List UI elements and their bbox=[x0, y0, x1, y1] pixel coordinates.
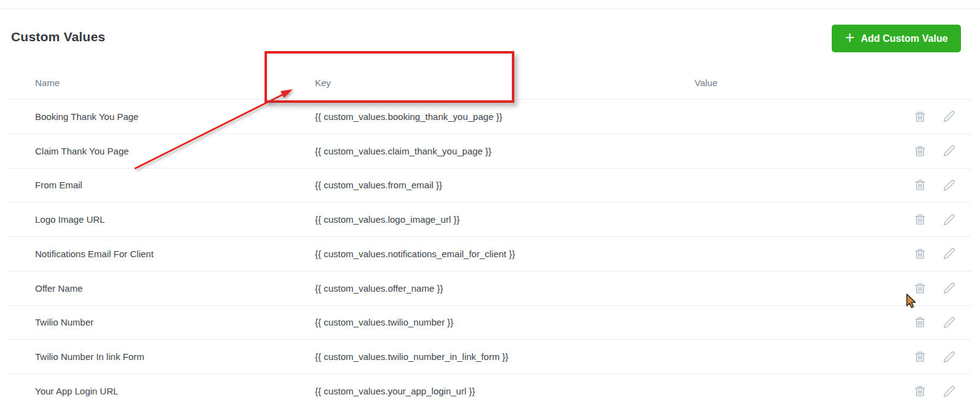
table-row: Logo Image URL {{ custom_values.logo_ima… bbox=[9, 202, 971, 237]
plus-icon: + bbox=[845, 30, 855, 46]
row-key: {{ custom_values.notifications_email_for… bbox=[315, 249, 695, 259]
edit-button[interactable] bbox=[943, 247, 955, 260]
table-row: Booking Thank You Page {{ custom_values.… bbox=[9, 100, 971, 134]
table-row: Twilio Number In link Form {{ custom_val… bbox=[9, 340, 971, 374]
add-custom-value-button[interactable]: + Add Custom Value bbox=[832, 25, 961, 52]
row-name: Claim Thank You Page bbox=[9, 146, 315, 156]
column-header-name: Name bbox=[9, 78, 315, 88]
edit-button[interactable] bbox=[943, 316, 955, 329]
trash-icon bbox=[914, 179, 926, 191]
pencil-icon bbox=[943, 351, 955, 363]
table-row: From Email {{ custom_values.from_email }… bbox=[9, 169, 971, 203]
page-title: Custom Values bbox=[11, 30, 105, 44]
edit-button[interactable] bbox=[943, 179, 955, 191]
row-name: Notifications Email For Client bbox=[9, 249, 315, 259]
row-key: {{ custom_values.twilio_number }} bbox=[315, 317, 695, 327]
pencil-icon bbox=[943, 316, 955, 329]
trash-icon bbox=[914, 111, 926, 122]
edit-button[interactable] bbox=[943, 145, 955, 157]
row-key: {{ custom_values.twilio_number_in_link_f… bbox=[315, 351, 695, 362]
delete-button[interactable] bbox=[914, 248, 926, 260]
top-divider bbox=[0, 9, 980, 9]
table-row: Your App Login URL {{ custom_values.your… bbox=[9, 374, 971, 409]
pencil-icon bbox=[943, 247, 955, 260]
trash-icon bbox=[914, 316, 926, 328]
delete-button[interactable] bbox=[914, 351, 926, 362]
edit-button[interactable] bbox=[943, 351, 955, 363]
table-row: Notifications Email For Client {{ custom… bbox=[9, 237, 971, 271]
table-row: Twilio Number {{ custom_values.twilio_nu… bbox=[9, 306, 971, 340]
trash-icon bbox=[914, 214, 926, 225]
row-key: {{ custom_values.offer_name }} bbox=[315, 283, 695, 294]
edit-button[interactable] bbox=[943, 214, 955, 226]
delete-button[interactable] bbox=[914, 385, 926, 397]
pencil-icon bbox=[943, 385, 955, 398]
delete-button[interactable] bbox=[914, 282, 926, 294]
delete-button[interactable] bbox=[914, 214, 926, 225]
trash-icon bbox=[914, 385, 926, 397]
row-name: Booking Thank You Page bbox=[9, 111, 315, 122]
edit-button[interactable] bbox=[943, 385, 955, 398]
pencil-icon bbox=[943, 179, 955, 191]
row-key: {{ custom_values.from_email }} bbox=[315, 180, 695, 190]
pencil-icon bbox=[943, 282, 955, 294]
pencil-icon bbox=[943, 110, 955, 122]
trash-icon bbox=[914, 351, 926, 362]
edit-button[interactable] bbox=[943, 110, 955, 122]
add-custom-value-button-label: Add Custom Value bbox=[861, 33, 947, 44]
row-name: Twilio Number In link Form bbox=[9, 351, 315, 362]
row-key: {{ custom_values.logo_image_url }} bbox=[315, 214, 695, 225]
trash-icon bbox=[914, 248, 926, 260]
trash-icon bbox=[914, 282, 926, 294]
row-name: Twilio Number bbox=[9, 317, 315, 327]
column-header-value: Value bbox=[695, 78, 879, 88]
table-row: Claim Thank You Page {{ custom_values.cl… bbox=[9, 134, 971, 169]
row-name: From Email bbox=[9, 180, 315, 190]
row-name: Offer Name bbox=[9, 283, 315, 294]
row-key: {{ custom_values.your_app_login_url }} bbox=[315, 386, 695, 396]
row-name: Your App Login URL bbox=[9, 386, 315, 396]
pencil-icon bbox=[943, 214, 955, 226]
delete-button[interactable] bbox=[914, 145, 926, 157]
trash-icon bbox=[914, 145, 926, 157]
delete-button[interactable] bbox=[914, 316, 926, 328]
table-row: Offer Name {{ custom_values.offer_name }… bbox=[9, 271, 971, 306]
column-header-key: Key bbox=[315, 78, 695, 88]
pencil-icon bbox=[943, 145, 955, 157]
edit-button[interactable] bbox=[943, 282, 955, 294]
row-key: {{ custom_values.claim_thank_you_page }} bbox=[315, 146, 695, 156]
row-key: {{ custom_values.booking_thank_you_page … bbox=[315, 111, 695, 122]
custom-values-table: Name Key Value Booking Thank You Page {{… bbox=[9, 66, 971, 409]
delete-button[interactable] bbox=[914, 179, 926, 191]
delete-button[interactable] bbox=[914, 111, 926, 122]
custom-values-page: { "page": { "title": "Custom Values" }, … bbox=[0, 0, 980, 416]
row-name: Logo Image URL bbox=[9, 214, 315, 225]
table-header-row: Name Key Value bbox=[9, 66, 971, 100]
